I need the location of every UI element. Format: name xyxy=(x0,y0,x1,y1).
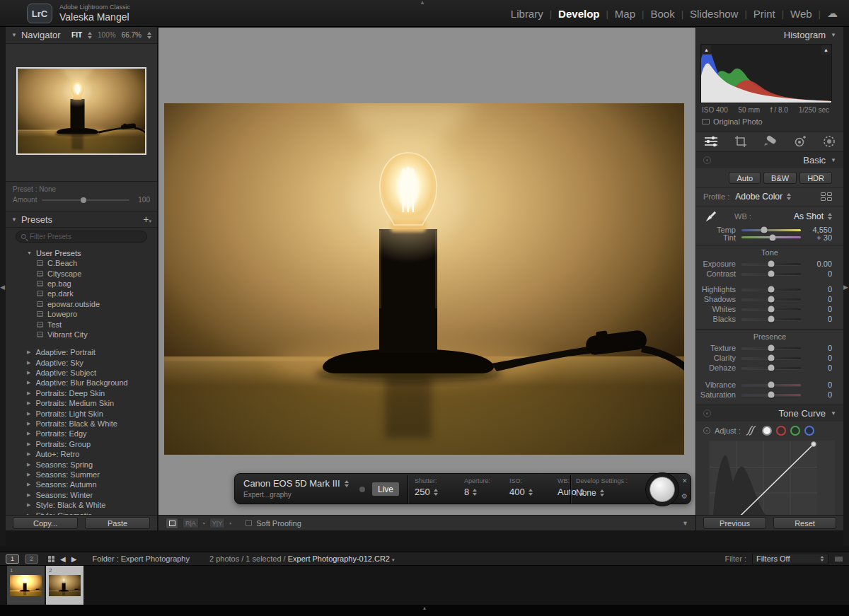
user-presets-group[interactable]: ▼ User Presets xyxy=(6,248,157,258)
source-caret-icon[interactable]: ▾ xyxy=(392,557,395,562)
preset-group[interactable]: ▶ Portraits: Edgy xyxy=(6,429,157,438)
filter-toggle-icon[interactable] xyxy=(834,556,843,562)
profile-browser-icon[interactable] xyxy=(821,192,832,201)
camera-name[interactable]: Canon EOS 5D Mark III xyxy=(243,478,340,489)
slider-track[interactable] xyxy=(741,357,801,359)
before-after-tb-button[interactable]: Y|Y xyxy=(209,518,225,528)
capture-button[interactable] xyxy=(649,477,675,502)
slider-track[interactable] xyxy=(741,289,801,291)
preset-group[interactable]: ▶ Adaptive: Subject xyxy=(6,368,157,378)
main-window-button[interactable]: 1 xyxy=(6,554,19,564)
next-photo-icon[interactable]: ▶ xyxy=(71,555,77,563)
bw-button[interactable]: B&W xyxy=(763,172,797,184)
group-expanded-icon[interactable]: ▼ xyxy=(27,250,32,255)
collapse-right-icon[interactable]: ▶ xyxy=(843,284,848,291)
fit-spinner-icon[interactable] xyxy=(88,32,92,39)
group-collapsed-icon[interactable]: ▶ xyxy=(27,360,30,366)
navigator-fit[interactable]: FIT xyxy=(71,31,82,39)
bottom-panel-collapse[interactable]: ▲ xyxy=(0,605,849,616)
group-collapsed-icon[interactable]: ▶ xyxy=(27,482,30,487)
close-tether-icon[interactable]: ✕ xyxy=(682,477,688,484)
temp-slider[interactable] xyxy=(741,229,801,231)
edit-sliders-icon[interactable] xyxy=(703,135,719,148)
tone-section-title[interactable]: Tone xyxy=(696,245,843,259)
navigator-zoom-level[interactable]: 66.7% xyxy=(122,31,142,39)
reset-button[interactable]: Reset xyxy=(773,517,836,529)
slider-thumb[interactable] xyxy=(768,286,775,293)
right-panel-collapse-strip[interactable]: ▶ xyxy=(843,27,849,546)
filmstrip-source[interactable]: Folder : Expert Photography xyxy=(92,554,190,563)
green-channel-icon[interactable] xyxy=(790,426,800,436)
slider-track[interactable] xyxy=(741,367,801,369)
slider-track[interactable] xyxy=(741,394,801,396)
preset-group[interactable]: ▶ Auto+: Retro xyxy=(6,449,157,459)
module-book[interactable]: Book xyxy=(650,8,674,20)
before-after-caret-icon[interactable]: ▾ xyxy=(203,521,205,525)
group-collapsed-icon[interactable]: ▶ xyxy=(27,380,30,385)
preset-group[interactable]: ▶ Style: Black & White xyxy=(6,500,157,510)
red-eye-icon[interactable] xyxy=(792,136,807,147)
slider-track[interactable] xyxy=(741,384,801,386)
slider-thumb[interactable] xyxy=(768,261,775,267)
main-photo[interactable] xyxy=(164,103,684,455)
tint-slider-thumb[interactable] xyxy=(769,234,775,240)
preset-group[interactable]: ▶ Adaptive: Blur Background xyxy=(6,378,157,388)
top-panel-collapse-icon[interactable]: ▲ xyxy=(420,0,425,6)
iso-spinner-icon[interactable] xyxy=(529,489,533,496)
group-collapsed-icon[interactable]: ▶ xyxy=(27,411,30,417)
filter-dropdown[interactable]: Filters Off xyxy=(752,554,828,564)
preset-group[interactable]: ▶ Seasons: Spring xyxy=(6,459,157,469)
slider-track[interactable] xyxy=(741,273,801,275)
preset-item[interactable]: ep.dark xyxy=(6,289,157,298)
tone-curve-collapse-icon[interactable]: ▼ xyxy=(831,410,836,417)
wb-value[interactable]: As Shot xyxy=(794,211,824,221)
preset-item[interactable]: Vibrant City xyxy=(6,330,157,339)
filmstrip-thumbnail-1[interactable]: 1 xyxy=(7,566,45,605)
camera-spinner-icon[interactable] xyxy=(345,480,349,487)
group-collapsed-icon[interactable]: ▶ xyxy=(27,400,30,406)
navigator-100[interactable]: 100% xyxy=(98,31,116,39)
group-collapsed-icon[interactable]: ▶ xyxy=(27,421,30,426)
wb-spinner2-icon[interactable] xyxy=(828,213,832,220)
group-collapsed-icon[interactable]: ▶ xyxy=(27,502,30,508)
preset-item[interactable]: Lowepro xyxy=(6,309,157,319)
previous-button[interactable]: Previous xyxy=(703,517,766,529)
preset-group[interactable]: ▶ Seasons: Autumn xyxy=(6,480,157,489)
module-slideshow[interactable]: Slideshow xyxy=(690,8,738,20)
filmstrip-thumbnail-2[interactable]: 2 xyxy=(46,566,83,605)
paste-button[interactable]: Paste xyxy=(85,517,150,529)
zoom-spinner-icon[interactable] xyxy=(147,32,151,39)
group-collapsed-icon[interactable]: ▶ xyxy=(27,492,30,498)
targeted-adjustment-icon[interactable] xyxy=(703,427,710,434)
preset-item[interactable]: Test xyxy=(6,319,157,329)
tint-slider[interactable] xyxy=(741,236,801,238)
selected-filename[interactable]: Expert Photography-012.CR2 xyxy=(288,554,390,563)
preset-group[interactable]: ▶ Seasons: Winter xyxy=(6,490,157,500)
before-after-caret2-icon[interactable]: ▾ xyxy=(229,521,231,525)
group-collapsed-icon[interactable]: ▶ xyxy=(27,472,30,477)
grid-view-icon[interactable] xyxy=(48,556,54,562)
slider-thumb[interactable] xyxy=(768,365,775,371)
amount-slider[interactable] xyxy=(42,199,129,201)
basic-collapse-icon[interactable]: ▼ xyxy=(831,157,836,163)
slider-track[interactable] xyxy=(741,263,801,265)
slider-thumb[interactable] xyxy=(768,271,775,277)
temp-slider-thumb[interactable] xyxy=(761,227,767,233)
preset-group[interactable]: ▶ Portraits: Deep Skin xyxy=(6,388,157,398)
second-window-button[interactable]: 2 xyxy=(25,554,38,564)
slider-thumb[interactable] xyxy=(768,316,775,322)
masking-icon[interactable] xyxy=(822,134,836,149)
soft-proofing-checkbox[interactable] xyxy=(246,520,252,526)
develop-settings-spinner-icon[interactable] xyxy=(600,489,604,496)
slider-track[interactable] xyxy=(741,308,801,310)
tone-curve-eye-icon[interactable] xyxy=(703,409,711,417)
live-button[interactable]: Live xyxy=(372,482,399,496)
basic-panel-eye-icon[interactable] xyxy=(703,156,711,164)
navigator-collapse-icon[interactable]: ▼ xyxy=(11,32,17,38)
presets-header[interactable]: ▼ Presets +▾ xyxy=(6,211,157,228)
preset-group[interactable]: ▶ Portraits: Group xyxy=(6,439,157,449)
tone-curve-header[interactable]: Tone Curve ▼ xyxy=(696,405,843,422)
navigator-header[interactable]: ▼ Navigator FIT 100% 66.7% xyxy=(6,27,157,43)
histogram-header[interactable]: Histogram ▼ xyxy=(696,27,843,43)
preset-group[interactable]: ▶ Adaptive: Portrait xyxy=(6,347,157,357)
